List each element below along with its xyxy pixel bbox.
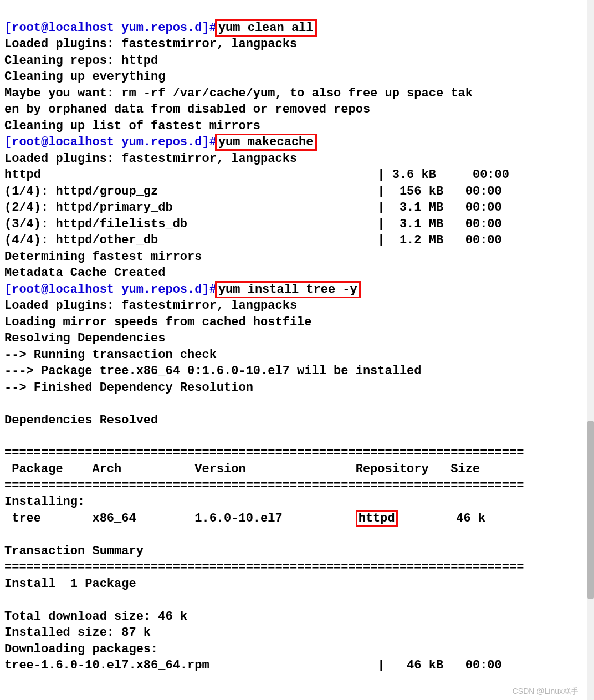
output-line: Cleaning up everything — [4, 70, 165, 84]
output-line: Resolving Dependencies — [4, 331, 165, 345]
repo-highlight: httpd — [356, 510, 398, 527]
output-line: Dependencies Resolved — [4, 413, 158, 427]
cmd-yum-clean: yum clean all — [218, 21, 314, 35]
output-line: en by orphaned data from disabled or rem… — [4, 103, 370, 116]
output-line: Loaded plugins: fastestmirror, langpacks — [4, 299, 297, 313]
transaction-summary: Transaction Summary — [4, 544, 144, 558]
repo-name: httpd — [359, 512, 395, 525]
prompt-3: [root@localhost yum.repos.d] — [4, 283, 209, 297]
output-line: Loaded plugins: fastestmirror, langpacks — [4, 152, 297, 166]
output-line: Cleaning repos: httpd — [4, 54, 158, 68]
total-download-size: Total download size: 46 k — [4, 610, 187, 624]
section-installing: Installing: — [4, 495, 85, 509]
terminal-output[interactable]: [root@localhost yum.repos.d]#yum clean a… — [0, 0, 594, 678]
cmd-yum-makecache-highlight: yum makecache — [215, 134, 317, 151]
output-line: --> Finished Dependency Resolution — [4, 381, 253, 395]
output-line: Cleaning up list of fastest mirrors — [4, 119, 260, 133]
table-header: Package Arch Version Repository Size — [4, 462, 480, 476]
prompt-2: [root@localhost yum.repos.d] — [4, 135, 209, 149]
output-line: --> Running transaction check — [4, 348, 217, 362]
cmd-yum-install: yum install tree -y — [218, 283, 357, 297]
output-line: httpd | 3.6 kB 00:00 — [4, 168, 509, 182]
cmd-yum-clean-highlight: yum clean all — [215, 19, 317, 37]
terminal-window: [root@localhost yum.repos.d]#yum clean a… — [0, 0, 594, 700]
output-line: (1/4): httpd/group_gz | 156 kB 00:00 — [4, 185, 502, 198]
separator-line: ========================================… — [4, 479, 524, 493]
installed-size: Installed size: 87 k — [4, 626, 151, 640]
prompt-1: [root@localhost yum.repos.d] — [4, 21, 209, 35]
output-line: Determining fastest mirrors — [4, 250, 202, 264]
scrollbar-thumb[interactable] — [587, 421, 594, 599]
separator-line: ========================================… — [4, 560, 524, 574]
output-line: Loading mirror speeds from cached hostfi… — [4, 315, 312, 329]
downloading-packages: Downloading packages: — [4, 642, 158, 656]
table-row-pre: tree x86_64 1.6.0-10.el7 — [4, 512, 356, 525]
output-line: (3/4): httpd/filelists_db | 3.1 MB 00:00 — [4, 217, 502, 231]
separator-line: ========================================… — [4, 446, 524, 460]
output-line: Maybe you want: rm -rf /var/cache/yum, t… — [4, 86, 473, 100]
cmd-yum-install-highlight: yum install tree -y — [215, 281, 361, 298]
cmd-yum-makecache: yum makecache — [218, 135, 314, 149]
scrollbar-track[interactable] — [587, 0, 594, 700]
output-line: Metadata Cache Created — [4, 266, 165, 280]
output-line: Loaded plugins: fastestmirror, langpacks — [4, 37, 297, 51]
watermark: CSDN @Linux糕手 — [513, 687, 578, 697]
output-line: (2/4): httpd/primary_db | 3.1 MB 00:00 — [4, 201, 502, 214]
rpm-line: tree-1.6.0-10.el7.x86_64.rpm | 46 kB 00:… — [4, 658, 502, 672]
table-row-post: 46 k — [398, 512, 485, 525]
output-line: ---> Package tree.x86_64 0:1.6.0-10.el7 … — [4, 364, 422, 378]
install-count: Install 1 Package — [4, 577, 136, 591]
output-line: (4/4): httpd/other_db | 1.2 MB 00:00 — [4, 233, 502, 247]
